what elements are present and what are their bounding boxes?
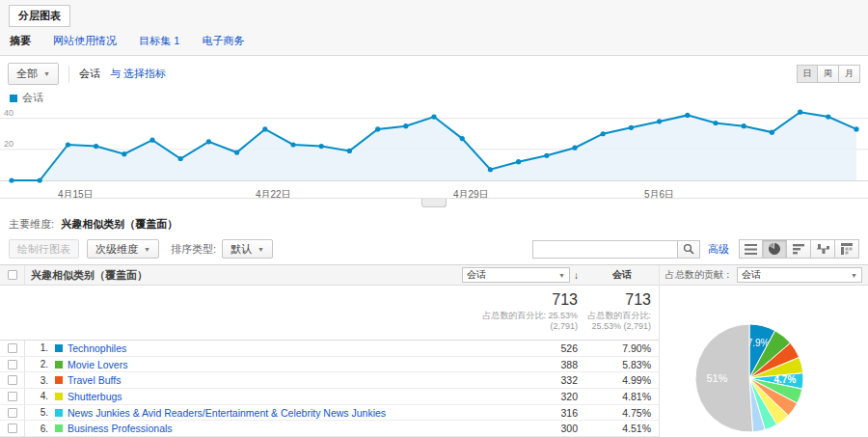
toolbar-right-group: 高级 — [532, 239, 859, 259]
affinity-category-link[interactable]: News Junkies & Avid Readers/Entertainmen… — [68, 407, 460, 419]
row-sessions-value: 320 — [460, 391, 585, 402]
vs-select-metric-link[interactable]: 与 选择指标 — [110, 67, 166, 81]
search-button[interactable] — [677, 240, 700, 259]
sort-type-value: 默认 — [231, 242, 252, 257]
select-all-checkbox[interactable] — [8, 270, 17, 280]
segment-dropdown-label: 全部 — [16, 67, 38, 81]
affinity-category-link[interactable]: Business Professionals — [68, 423, 460, 434]
contribution-label: 占总数的贡献： — [665, 268, 733, 282]
legend-color-square-icon — [10, 95, 17, 102]
pivot-view-button[interactable] — [835, 239, 859, 259]
granularity-toggle: 日 周 月 — [797, 65, 860, 83]
affinity-category-link[interactable]: Travel Buffs — [68, 374, 460, 386]
segment-dropdown-button[interactable]: 全部 ▼ — [8, 63, 59, 85]
primary-dimension-label: 主要维度: — [9, 218, 54, 230]
granularity-week-button[interactable]: 周 — [818, 65, 839, 83]
table-row: 2.Movie Lovers3885.83% — [0, 357, 659, 373]
row-checkbox[interactable] — [8, 392, 17, 401]
data-area: 兴趣相似类别（覆盖面） 会话 ▼ ↓ 会话 713 占总数的百分比: 25.53… — [0, 264, 868, 437]
row-color-swatch-icon — [55, 409, 63, 417]
total-sessions-value: 713 — [460, 291, 578, 309]
row-color-swatch-icon — [55, 361, 63, 369]
row-sessions-value: 526 — [460, 342, 585, 354]
magnifier-icon — [683, 243, 694, 255]
chart-collapse-handle[interactable] — [421, 199, 447, 207]
pie-chart-icon — [769, 243, 780, 255]
row-rank: 6. — [25, 423, 48, 434]
sort-descending-icon[interactable]: ↓ — [574, 270, 579, 281]
search-input[interactable] — [532, 240, 677, 259]
table-view-button[interactable] — [739, 239, 763, 259]
row-checkbox[interactable] — [8, 423, 17, 433]
secondary-dimension-label: 次级维度 — [95, 242, 138, 257]
row-percent-value: 4.99% — [585, 374, 659, 386]
chart-table-divider — [0, 198, 868, 211]
affinity-category-link[interactable]: Movie Lovers — [68, 359, 460, 370]
row-checkbox[interactable] — [8, 343, 17, 353]
view-toggle-group — [739, 239, 859, 259]
contribution-pie-chart[interactable]: 7.9%4.7%51% — [660, 286, 867, 437]
metric-dropdown-label: 会话 — [467, 268, 558, 282]
comparison-view-button[interactable] — [811, 239, 835, 259]
total-sessions-subtitle: 占总数的百分比: 25.53% (2,791) — [460, 311, 578, 332]
primary-dimension-row: 主要维度: 兴趣相似类别（覆盖面） — [0, 211, 868, 235]
row-percent-value: 4.75% — [585, 407, 659, 419]
row-rank: 3. — [25, 375, 48, 386]
sort-type-dropdown-button[interactable]: 默认 ▼ — [222, 239, 273, 259]
row-rank: 5. — [25, 407, 48, 418]
table-header-row: 兴趣相似类别（覆盖面） 会话 ▼ ↓ 会话 — [0, 265, 659, 286]
pivot-table-icon — [841, 243, 853, 255]
contribution-metric-dropdown[interactable]: 会话 ▼ — [737, 267, 862, 283]
row-rank: 2. — [25, 359, 48, 369]
plot-rows-button[interactable]: 绘制行图表 — [9, 239, 79, 259]
row-color-swatch-icon — [55, 424, 63, 432]
subtab-summary[interactable]: 摘要 — [10, 35, 31, 46]
line-chart-svg: 2040 — [0, 105, 868, 186]
row-sessions-value: 300 — [460, 423, 585, 434]
comparison-bars-icon — [817, 243, 829, 255]
subtab-goal-set-1[interactable]: 目标集 1 — [139, 35, 179, 46]
sort-type-label: 排序类型: — [171, 242, 216, 257]
row-sessions-value: 332 — [460, 374, 585, 386]
secondary-dimension-button[interactable]: 次级维度 ▼ — [87, 239, 159, 259]
affinity-category-link[interactable]: Shutterbugs — [68, 391, 460, 402]
row-checkbox[interactable] — [8, 375, 17, 385]
row-percent-value: 4.81% — [585, 391, 659, 402]
table-row: 4.Shutterbugs3204.81% — [0, 389, 659, 405]
chart-controls: 全部 ▼ 会话 与 选择指标 日 周 月 — [0, 56, 868, 89]
row-rank: 4. — [25, 391, 48, 401]
granularity-month-button[interactable]: 月 — [839, 65, 860, 83]
row-color-swatch-icon — [55, 376, 63, 384]
percent-column-header[interactable]: 会话 — [585, 268, 659, 282]
affinity-category-link[interactable]: Technophiles — [68, 342, 460, 354]
subtab-site-usage[interactable]: 网站使用情况 — [53, 35, 117, 46]
pie-panel-header: 占总数的贡献： 会话 ▼ — [660, 265, 868, 286]
contribution-metric-label: 会话 — [742, 268, 851, 282]
performance-view-button[interactable] — [787, 239, 811, 259]
subtab-ecommerce[interactable]: 电子商务 — [202, 35, 244, 46]
row-color-swatch-icon — [55, 344, 63, 352]
totals-row: 713 占总数的百分比: 25.53% (2,791) 713 占总数的百分比:… — [0, 286, 659, 341]
row-checkbox[interactable] — [8, 408, 17, 418]
chevron-down-icon: ▼ — [558, 272, 565, 279]
table-row: 3.Travel Buffs3324.99% — [0, 372, 659, 389]
chevron-down-icon: ▼ — [851, 272, 857, 279]
table-body: 1.Technophiles5267.90%2.Movie Lovers3885… — [0, 341, 659, 437]
dimension-column-header[interactable]: 兴趣相似类别（覆盖面） — [25, 268, 460, 283]
metric-column-dropdown[interactable]: 会话 ▼ — [462, 267, 570, 283]
total-percent-subtitle: 占总数的百分比: 25.53% (2,791) — [585, 311, 651, 332]
primary-dimension-value[interactable]: 兴趣相似类别（覆盖面） — [61, 218, 177, 230]
advanced-search-link[interactable]: 高级 — [708, 242, 729, 257]
svg-text:40: 40 — [4, 108, 14, 118]
subtab-bar: 摘要 网站使用情况 目标集 1 电子商务 — [0, 27, 868, 56]
granularity-day-button[interactable]: 日 — [797, 65, 818, 83]
percentage-view-button[interactable] — [763, 239, 787, 259]
row-checkbox[interactable] — [8, 360, 17, 369]
pie-slice-label: 4.7% — [774, 374, 797, 385]
sessions-line-chart[interactable]: 2040 4月15日4月22日4月29日5月6日 — [0, 105, 868, 198]
total-percent-value: 713 — [585, 291, 651, 309]
row-percent-value: 5.83% — [585, 359, 659, 370]
selected-metric-label[interactable]: 会话 — [79, 67, 100, 81]
tab-explorer[interactable]: 分层图表 — [9, 5, 70, 27]
chevron-down-icon: ▼ — [258, 246, 264, 253]
